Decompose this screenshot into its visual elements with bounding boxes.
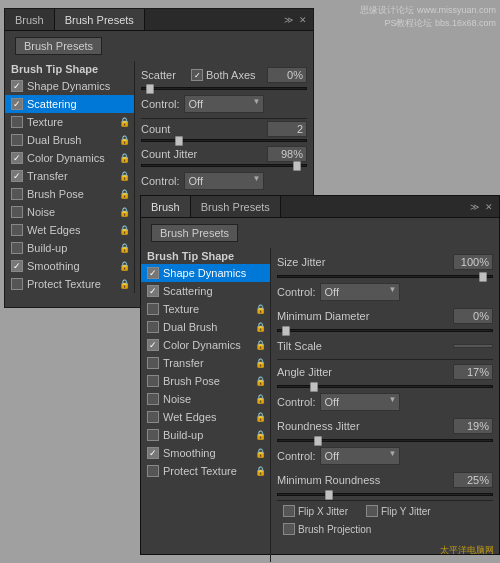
size-jitter-value[interactable]: 100%	[453, 254, 493, 270]
presets-button-back[interactable]: Brush Presets	[15, 37, 102, 55]
roundness-jitter-slider[interactable]	[277, 439, 493, 442]
control-select-wrapper-2[interactable]: Off	[184, 172, 264, 190]
list-item[interactable]: Protect Texture 🔒	[5, 275, 134, 293]
checkbox-wet-edges-front[interactable]	[147, 411, 159, 423]
flip-x-checkbox[interactable]	[283, 505, 295, 517]
list-item[interactable]: Texture 🔒	[5, 113, 134, 131]
checkbox-smoothing-back[interactable]	[11, 260, 23, 272]
control-select-1[interactable]: Off	[184, 95, 264, 113]
list-item[interactable]: Noise 🔒	[5, 203, 134, 221]
checkbox-noise-back[interactable]	[11, 206, 23, 218]
count-jitter-slider[interactable]	[141, 164, 307, 167]
front-ctrl-sel-3[interactable]: Off	[320, 447, 400, 465]
checkbox-buildup-front[interactable]	[147, 429, 159, 441]
angle-jitter-value[interactable]: 17%	[453, 364, 493, 380]
front-ctrl-sel-1-wrap[interactable]: Off	[320, 283, 400, 301]
list-item[interactable]: Dual Brush 🔒	[5, 131, 134, 149]
count-jitter-value[interactable]: 98%	[267, 146, 307, 162]
roundness-jitter-thumb[interactable]	[314, 436, 322, 446]
list-item[interactable]: Transfer 🔒	[141, 354, 270, 372]
scatter-thumb[interactable]	[146, 84, 154, 94]
panel-menu-icon[interactable]: ≫	[282, 15, 295, 25]
min-roundness-value[interactable]: 25%	[453, 472, 493, 488]
checkbox-brush-pose-back[interactable]	[11, 188, 23, 200]
panel-close-icon[interactable]: ✕	[297, 15, 309, 25]
checkbox-noise-front[interactable]	[147, 393, 159, 405]
flip-y-jitter-label[interactable]: Flip Y Jitter	[366, 505, 431, 517]
list-item[interactable]: Texture 🔒	[141, 300, 270, 318]
list-item[interactable]: Smoothing 🔒	[5, 257, 134, 275]
front-ctrl-sel-2-wrap[interactable]: Off	[320, 393, 400, 411]
tab-brush-front[interactable]: Brush	[141, 196, 191, 217]
list-item[interactable]: Brush Pose 🔒	[141, 372, 270, 390]
list-item[interactable]: Build-up 🔒	[141, 426, 270, 444]
list-item[interactable]: Build-up 🔒	[5, 239, 134, 257]
tab-brush-presets-back[interactable]: Brush Presets	[55, 9, 145, 30]
min-roundness-slider[interactable]	[277, 493, 493, 496]
checkbox-transfer-back[interactable]	[11, 170, 23, 182]
panel-close-icon-front[interactable]: ✕	[483, 202, 495, 212]
min-roundness-thumb[interactable]	[325, 490, 333, 500]
angle-jitter-thumb[interactable]	[310, 382, 318, 392]
list-item[interactable]: Color Dynamics 🔒	[5, 149, 134, 167]
panel-menu-icon-front[interactable]: ≫	[468, 202, 481, 212]
checkbox-dual-brush-back[interactable]	[11, 134, 23, 146]
list-item[interactable]: Scattering	[5, 95, 134, 113]
checkbox-dual-brush-front[interactable]	[147, 321, 159, 333]
list-item[interactable]: Brush Pose 🔒	[5, 185, 134, 203]
list-item[interactable]: Smoothing 🔒	[141, 444, 270, 462]
flip-x-jitter-label[interactable]: Flip X Jitter	[283, 505, 348, 517]
list-item[interactable]: Shape Dynamics	[5, 77, 134, 95]
count-slider[interactable]	[141, 139, 307, 142]
checkbox-wet-edges-back[interactable]	[11, 224, 23, 236]
presets-button-front[interactable]: Brush Presets	[151, 224, 238, 242]
front-ctrl-sel-1[interactable]: Off	[320, 283, 400, 301]
checkbox-protect-texture-back[interactable]	[11, 278, 23, 290]
size-jitter-thumb[interactable]	[479, 272, 487, 282]
checkbox-shape-dynamics-front[interactable]	[147, 267, 159, 279]
list-item[interactable]: Transfer 🔒	[5, 167, 134, 185]
size-jitter-slider[interactable]	[277, 275, 493, 278]
both-axes-checkbox[interactable]	[191, 69, 203, 81]
checkbox-protect-texture-front[interactable]	[147, 465, 159, 477]
checkbox-brush-pose-front[interactable]	[147, 375, 159, 387]
tab-brush-presets-front[interactable]: Brush Presets	[191, 196, 281, 217]
front-ctrl-sel-3-wrap[interactable]: Off	[320, 447, 400, 465]
count-jitter-thumb[interactable]	[293, 161, 301, 171]
min-diameter-slider[interactable]	[277, 329, 493, 332]
checkbox-shape-dynamics-back[interactable]	[11, 80, 23, 92]
flip-y-checkbox[interactable]	[366, 505, 378, 517]
list-item[interactable]: Wet Edges 🔒	[5, 221, 134, 239]
list-item[interactable]: Noise 🔒	[141, 390, 270, 408]
checkbox-smoothing-front[interactable]	[147, 447, 159, 459]
brush-projection-label[interactable]: Brush Projection	[283, 523, 487, 535]
brush-projection-checkbox[interactable]	[283, 523, 295, 535]
list-item[interactable]: Color Dynamics 🔒	[141, 336, 270, 354]
checkbox-scattering-back[interactable]	[11, 98, 23, 110]
tab-brush-back[interactable]: Brush	[5, 9, 55, 30]
list-item[interactable]: Wet Edges 🔒	[141, 408, 270, 426]
list-item[interactable]: Shape Dynamics	[141, 264, 270, 282]
checkbox-transfer-front[interactable]	[147, 357, 159, 369]
scatter-slider[interactable]	[141, 87, 307, 90]
checkbox-scattering-front[interactable]	[147, 285, 159, 297]
min-diameter-thumb[interactable]	[282, 326, 290, 336]
angle-jitter-slider[interactable]	[277, 385, 493, 388]
checkbox-color-dynamics-back[interactable]	[11, 152, 23, 164]
checkbox-color-dynamics-front[interactable]	[147, 339, 159, 351]
checkbox-texture-back[interactable]	[11, 116, 23, 128]
control-select-2[interactable]: Off	[184, 172, 264, 190]
list-item[interactable]: Scattering	[141, 282, 270, 300]
count-value[interactable]: 2	[267, 121, 307, 137]
list-item[interactable]: Dual Brush 🔒	[141, 318, 270, 336]
both-axes-label[interactable]: Both Axes	[191, 69, 256, 81]
checkbox-buildup-back[interactable]	[11, 242, 23, 254]
tilt-scale-value[interactable]	[453, 344, 493, 348]
roundness-jitter-value[interactable]: 19%	[453, 418, 493, 434]
control-select-wrapper-1[interactable]: Off	[184, 95, 264, 113]
front-ctrl-sel-2[interactable]: Off	[320, 393, 400, 411]
scatter-value[interactable]: 0%	[267, 67, 307, 83]
checkbox-texture-front[interactable]	[147, 303, 159, 315]
list-item[interactable]: Protect Texture 🔒	[141, 462, 270, 480]
min-diameter-value[interactable]: 0%	[453, 308, 493, 324]
